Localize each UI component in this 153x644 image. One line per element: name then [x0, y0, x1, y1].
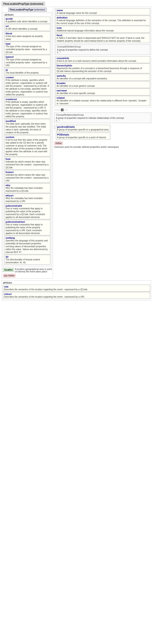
main-element-box: FlexLocationPropType (extension) [8, 8, 46, 12]
attr-dir-name: dir [5, 256, 49, 258]
connector-box: ● [61, 108, 63, 111]
concept-relationships-group-label: ConceptRelationshipsGroup [56, 114, 150, 116]
prop-related-desc: An identifier of a related concept, wher… [57, 99, 149, 105]
attr-howuri: howuri Indicates by which means the valu… [4, 170, 50, 183]
attr-qcode-name: qcode [5, 18, 49, 20]
prop-related-label: related [57, 96, 149, 99]
attr-type-name: type [5, 42, 49, 45]
attr-xmllang: xmllang Specifies the language of this p… [4, 236, 50, 254]
prop-facet-desc: In NAA 1.4 and later, facet is deprecate… [57, 36, 149, 42]
attr-id-name: id [5, 69, 49, 71]
page-title: FlexLocationPropType (extension) [2, 2, 45, 6]
prop-remoteinfo-label: remoteInfo [57, 57, 149, 60]
attr-creatoruri-name: creatoruri [5, 98, 49, 100]
prop-broader-desc: An identifier of a more generic concept. [57, 84, 149, 88]
attr-pubconstraint-desc: One or many constraints that apply to pu… [5, 207, 49, 219]
concept-relationships-group: ConceptRelationshipsGroup A group of pro… [54, 112, 151, 123]
attr-type-desc: The type of the concept assigned as cont… [5, 45, 49, 54]
attr-custom-desc: If set to true then the value of this pr… [5, 138, 49, 156]
attributes-list: qcode A qualified code which identifies … [4, 17, 50, 264]
concept-definition-group-label: ConceptDefinitionGroup [57, 46, 149, 48]
prop-sameas-desc: An identifier of a concept with equivale… [57, 77, 149, 80]
attr-creator-name: creator [5, 76, 49, 79]
location-row: location A location (geographical area o… [3, 268, 52, 273]
attr-howuri-desc: Indicates by which means the value was e… [5, 174, 49, 182]
right-properties-panel: name A natural language name for the con… [54, 7, 151, 107]
bottom-attr-role-name: role [4, 285, 149, 288]
attr-whyuri: whyuri Why the metadata has been include… [4, 194, 50, 203]
page-container: FlexLocationPropType (extension) FlexLoc… [0, 0, 153, 302]
prop-sameas: sameAs An identifier of a concept with e… [55, 74, 150, 81]
main-right-column: name A natural language name for the con… [54, 7, 151, 279]
attr-pubconstraint: pubconstraint One or many constraints th… [4, 204, 50, 219]
attr-creatoruri: creatoruri If the attribute is empty, sp… [4, 97, 50, 118]
attr-type: type The type of the concept assigned as… [4, 42, 50, 54]
bottom-attr-role-desc: Describes the semantics of the location … [4, 288, 149, 291]
connector-area: ● [54, 108, 151, 111]
attr-howuri-name: howuri [5, 171, 49, 174]
prop-note: note Additional natural language informa… [55, 26, 150, 33]
attr-uri-name: uri [5, 25, 49, 28]
attr-why: why Why the metadata has been included -… [4, 183, 50, 193]
attr-modified: modified The date (and, optionally, the … [4, 119, 50, 135]
prop-narrower-desc: An identifier of a more specific concept… [57, 92, 149, 95]
main-left-column: FlexLocationPropType (extension) attribu… [2, 7, 53, 279]
attr-uri-desc: A URI which identifies a concept. [5, 28, 49, 30]
attr-id-desc: The local identifier of the property. [5, 71, 49, 74]
any-other-right-desc: Extension point for provider defined pro… [54, 146, 151, 148]
attr-custom: custom If set to true then the value of … [4, 135, 50, 156]
attr-whyuri-name: whyuri [5, 194, 49, 197]
location-desc: A location (geographical area or point o… [15, 268, 52, 273]
poi-details-label: POIDetails [57, 133, 109, 136]
attr-literal: literal A free-text value assigned as pr… [4, 32, 50, 41]
attr-how-desc: Indicates by which means the value was e… [5, 160, 49, 169]
prop-hierarchyinfo: hierarchyInfo Represents the position of… [55, 64, 150, 73]
prop-facet-label: facet [57, 34, 149, 36]
attr-why-desc: Why the metadata has been included - exp… [5, 186, 49, 192]
attr-pubconstrainturi: pubconstrainturi One or many constraints… [4, 220, 50, 236]
prop-name-desc: A natural language name for the concept. [57, 12, 149, 14]
attr-modified-desc: The date (and, optionally, the time) whe… [5, 122, 49, 134]
attr-qcode-desc: A qualified code which identifies a conc… [5, 20, 49, 23]
geo-area-details-label: geoAreaDetails [57, 126, 109, 128]
prop-broader: broader An identifier of a more generic … [55, 81, 150, 88]
attr-whyuri-desc: Why the metadata has been included - exp… [5, 197, 49, 203]
attr-typeuri-desc: The type of the concept assigned as cont… [5, 58, 49, 67]
prop-related: related An identifier of a related conce… [55, 96, 150, 106]
attr-creatoruri-desc: If the attribute is empty, specifies whi… [5, 100, 49, 118]
bottom-attr-roleuri-name: roleuri [4, 293, 149, 295]
prop-note-label: note [57, 26, 149, 29]
attr-how-name: how [5, 158, 49, 160]
prop-definition-desc: A natural language definition of the sem… [57, 19, 149, 25]
attr-literal-desc: A free-text value assigned as property v… [5, 35, 49, 40]
attr-xmllang-desc: Specifies the language of this property … [5, 239, 49, 254]
bottom-section: attributes role Describes the semantics … [2, 280, 151, 300]
prop-definition: definition A natural language definition… [55, 16, 150, 26]
attr-creator: creator If the attribute is empty, speci… [4, 75, 50, 97]
attr-pubconstrainturi-desc: One or many constraints that apply to pu… [5, 223, 49, 235]
attr-literal-name: literal [5, 32, 49, 35]
bottom-attr-roleuri: roleuri Describes the semantics of the l… [3, 292, 150, 299]
attr-how: how Indicates by which means the value w… [4, 157, 50, 170]
geo-area-details-container: geoAreaDetails A group of properties spe… [56, 124, 110, 140]
bottom-attr-role: role Describes the semantics of the loca… [3, 285, 150, 292]
prop-broader-label: broader [57, 82, 149, 84]
attr-custom-name: custom [5, 136, 49, 138]
attr-xmllang-name: xmllang [5, 236, 49, 239]
attr-pubconstraint-name: pubconstraint [5, 204, 49, 207]
geo-connector [54, 124, 55, 129]
poi-details-desc: A group of properties specific to a poin… [57, 136, 109, 139]
prop-facet: facet In NAA 1.4 and later, facet is dep… [55, 33, 150, 43]
prop-note-desc: Additional natural language information … [57, 29, 149, 32]
attr-uri: uri A URI which identifies a concept. [4, 24, 50, 31]
prop-hierarchyinfo-label: hierarchyInfo [57, 64, 149, 67]
attr-typeuri-name: typeuri [5, 56, 49, 58]
any-other-right: #other Extension point for provider defi… [54, 141, 151, 148]
bottom-attr-roleuri-desc: Describes the semantics of the location … [4, 295, 149, 298]
prop-remoteinfo: remoteInfo A link to an item or a web re… [55, 56, 150, 63]
any-other-container: any #other [3, 274, 52, 278]
geo-area-details-box: geoAreaDetails A group of properties spe… [56, 125, 110, 132]
attributes-label: attributes [4, 14, 50, 16]
geo-area-details-desc: A group of properties specific to a geog… [57, 128, 109, 131]
attr-dir-desc: The directionality of textual content (e… [5, 258, 49, 264]
